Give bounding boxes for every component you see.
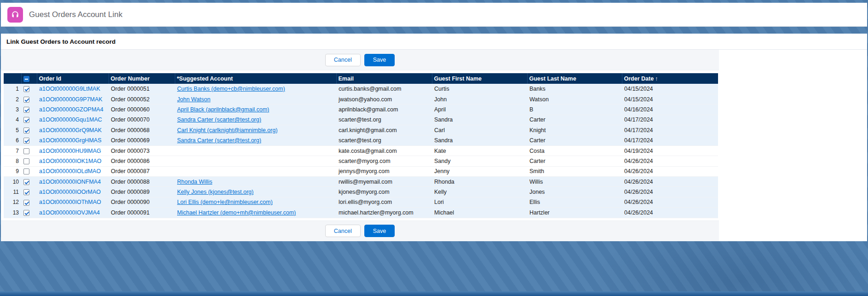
- row-checkbox-cell: [21, 166, 37, 176]
- row-checkbox[interactable]: [23, 117, 29, 123]
- row-checkbox[interactable]: [23, 97, 29, 103]
- row-number: 1: [4, 84, 21, 94]
- row-number: 2: [4, 94, 21, 104]
- suggested-account-link[interactable]: April Black (aprilnblack@gmail.com): [177, 106, 269, 113]
- cancel-button[interactable]: Cancel: [325, 54, 361, 66]
- column-header-order-date[interactable]: Order Date↑: [622, 73, 718, 84]
- row-checkbox[interactable]: [23, 179, 29, 185]
- order-number-cell: Order 0000069: [109, 135, 175, 145]
- suggested-account-link[interactable]: John Watson: [177, 96, 211, 103]
- suggested-account-cell: Sandra Carter (scarter@test.org): [175, 115, 336, 125]
- suggested-account-cell: Carl Knight (carlknight@iamnimble.org): [175, 125, 336, 135]
- row-checkbox[interactable]: [23, 148, 29, 154]
- save-button-bottom[interactable]: Save: [364, 225, 395, 237]
- row-checkbox[interactable]: [23, 189, 29, 195]
- suggested-account-link[interactable]: Sandra Carter (scarter@test.org): [177, 137, 261, 144]
- save-button[interactable]: Save: [364, 54, 395, 66]
- table-row: 7a1OOt000000HU9lMAGOrder 0000073kate.cos…: [4, 145, 718, 156]
- order-number-cell: Order 0000087: [109, 166, 175, 176]
- headset-icon: [7, 7, 23, 23]
- suggested-account-link[interactable]: Carl Knight (carlknight@iamnimble.org): [177, 127, 277, 133]
- order-id-cell: a1OOt000000IOK1MAO: [37, 156, 109, 166]
- row-checkbox[interactable]: [23, 138, 29, 144]
- table-row: 6a1OOt000000GrgHMASOrder 0000069Sandra C…: [4, 135, 718, 145]
- row-checkbox[interactable]: [23, 168, 29, 174]
- top-button-strip: Cancel Save: [1, 50, 719, 70]
- row-checkbox[interactable]: [23, 158, 29, 164]
- row-checkbox[interactable]: [23, 86, 29, 92]
- order-id-link[interactable]: a1OOt000000GZOPMA4: [39, 106, 103, 113]
- row-checkbox-cell: [21, 94, 37, 104]
- row-number: 6: [4, 135, 21, 145]
- order-id-link[interactable]: a1OOt000000IOVJMA4: [39, 209, 100, 216]
- guest-last-name-cell: Carter: [527, 115, 622, 125]
- order-number-cell: Order 0000089: [109, 187, 175, 197]
- order-id-cell: a1OOt000000Gqu1MAC: [37, 115, 109, 125]
- app-header-bar: Guest Orders Account Link: [1, 3, 867, 27]
- column-header-email[interactable]: Email: [336, 73, 432, 84]
- order-id-link[interactable]: a1OOt000000IOK1MAO: [39, 158, 102, 164]
- suggested-account-link[interactable]: Rhonda Willis: [177, 179, 212, 185]
- cancel-button-bottom[interactable]: Cancel: [325, 225, 361, 237]
- order-date-cell: 04/26/2024: [622, 166, 718, 176]
- suggested-account-link[interactable]: Michael Hartzler (demo+mh@nimbleuser.com…: [177, 209, 296, 216]
- order-id-link[interactable]: a1OOt000000Gqu1MAC: [39, 116, 102, 123]
- guest-first-name-cell: Kate: [432, 145, 527, 156]
- guest-first-name-cell: Carl: [432, 125, 527, 135]
- table-row: 12a1OOt000000IOThMAOOrder 0000090Lori El…: [4, 197, 718, 207]
- suggested-account-cell: [175, 145, 336, 156]
- row-checkbox[interactable]: [23, 210, 29, 216]
- order-id-cell: a1OOt000000IOOrMAO: [37, 187, 109, 197]
- suggested-account-link[interactable]: Lori Ellis (demo+le@nimbleuser.com): [177, 199, 273, 205]
- order-id-cell: a1OOt000000GZOPMA4: [37, 104, 109, 115]
- table-row: 9a1OOt000000IOLdMAOOrder 0000087jennys@m…: [4, 166, 718, 176]
- order-number-cell: Order 0000068: [109, 125, 175, 135]
- row-checkbox[interactable]: [23, 128, 29, 133]
- order-id-link[interactable]: a1OOt000000IOLdMAO: [39, 168, 101, 174]
- order-id-link[interactable]: a1OOt000000HU9lMAG: [39, 148, 101, 154]
- order-date-cell: 04/15/2024: [622, 94, 718, 104]
- column-header-order-number[interactable]: Order Number: [109, 73, 175, 84]
- suggested-account-link[interactable]: Sandra Carter (scarter@test.org): [177, 116, 261, 123]
- email-cell: carl.knight@gmail.com: [336, 125, 432, 135]
- order-id-cell: a1OOt000000HU9lMAG: [37, 145, 109, 156]
- column-header-guest-last-name[interactable]: Guest Last Name: [527, 73, 622, 84]
- table-row: 5a1OOt000000GrQ9MAKOrder 0000068Carl Kni…: [4, 125, 718, 135]
- order-id-cell: a1OOt000000GrgHMAS: [37, 135, 109, 145]
- row-number-column-header: [4, 73, 21, 84]
- order-id-link[interactable]: a1OOt000000G9LtMAK: [39, 86, 100, 92]
- row-checkbox[interactable]: [23, 200, 29, 206]
- guest-first-name-cell: John: [432, 94, 527, 104]
- bottom-button-strip: Cancel Save: [1, 221, 719, 241]
- order-date-cell: 04/26/2024: [622, 197, 718, 207]
- column-header-order-id[interactable]: Order Id: [37, 73, 109, 84]
- select-all-checkbox[interactable]: [23, 76, 29, 82]
- app-title: Guest Orders Account Link: [29, 10, 122, 19]
- row-number: 5: [4, 125, 21, 135]
- row-checkbox-cell: [21, 208, 37, 218]
- order-id-cell: a1OOt000000G9LtMAK: [37, 84, 109, 94]
- guest-last-name-cell: Smith: [527, 166, 622, 176]
- suggested-account-link[interactable]: Curtis Banks (demo+cb@nimbleuser.com): [177, 86, 285, 92]
- order-date-cell: 04/17/2024: [622, 135, 718, 145]
- column-header-guest-first-name[interactable]: Guest First Name: [432, 73, 527, 84]
- order-id-link[interactable]: a1OOt000000IOOrMAO: [39, 189, 101, 195]
- row-checkbox[interactable]: [23, 107, 29, 113]
- order-id-link[interactable]: a1OOt000000IOThMAO: [39, 199, 101, 205]
- guest-last-name-cell: Carter: [527, 135, 622, 145]
- guest-last-name-cell: Carter: [527, 156, 622, 166]
- table-row: 13a1OOt000000IOVJMA4Order 0000091Michael…: [4, 208, 718, 218]
- row-number: 4: [4, 115, 21, 125]
- order-id-link[interactable]: a1OOt000000G9P7MAK: [39, 96, 103, 103]
- order-id-link[interactable]: a1OOt000000GrgHMAS: [39, 137, 102, 144]
- table-row: 11a1OOt000000IOOrMAOOrder 0000089Kelly J…: [4, 187, 718, 197]
- suggested-account-link[interactable]: Kelly Jones (kjones@test.org): [177, 189, 253, 195]
- guest-last-name-cell: Knight: [527, 125, 622, 135]
- order-id-link[interactable]: a1OOt000000GrQ9MAK: [39, 127, 102, 133]
- order-id-link[interactable]: a1OOt000000IONFMA4: [39, 179, 101, 185]
- guest-last-name-cell: Hartzler: [527, 208, 622, 218]
- order-id-cell: a1OOt000000IONFMA4: [37, 177, 109, 187]
- column-header--suggested-account[interactable]: *Suggested Account: [175, 73, 336, 84]
- guest-first-name-cell: Jenny: [432, 166, 527, 176]
- email-cell: jwatson@yahoo.com: [336, 94, 432, 104]
